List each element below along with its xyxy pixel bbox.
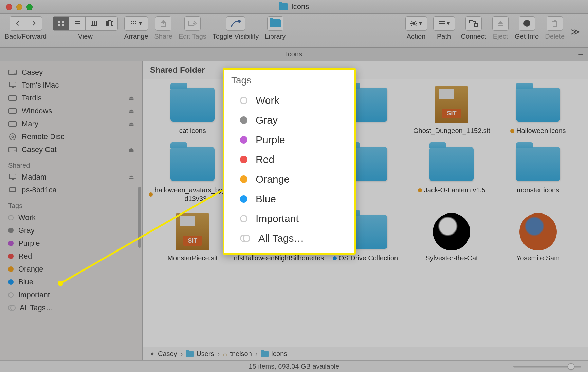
status-bar: 15 items, 693.04 GB available [0, 360, 588, 372]
file-item[interactable]: monster icons [498, 145, 578, 203]
file-item[interactable]: halloween_avatars_by_d…d13v33 [153, 145, 232, 203]
list-view-button[interactable] [69, 16, 85, 31]
library-label: Library [265, 33, 286, 40]
file-item[interactable]: cat icons [153, 86, 232, 135]
tag-dot-icon [418, 188, 422, 192]
sidebar-tag-item[interactable]: Red [0, 250, 142, 263]
file-item[interactable]: Jack-O-Lantern v1.5 [412, 145, 491, 203]
icon-size-slider[interactable] [513, 366, 581, 367]
tab-title[interactable]: Icons [286, 50, 302, 58]
sidebar-device-item[interactable]: Tom's iMac [0, 79, 142, 92]
sidebar-tag-item[interactable]: Gray [0, 224, 142, 237]
all-tags-icon [240, 235, 250, 242]
path-segment-label: tnelson [230, 350, 252, 358]
sidebar-shared-item[interactable]: ps-8bd1ca [0, 184, 142, 197]
path-segment[interactable]: ✦Casey [149, 350, 177, 358]
eject-icon[interactable]: ⏏ [128, 173, 134, 181]
tag-dot-icon [333, 256, 337, 260]
popover-tag-item[interactable]: Purple [231, 130, 347, 150]
file-item[interactable]: Yosemite Sam [498, 213, 578, 262]
eject-label: Eject [493, 33, 508, 40]
sidebar-tag-item[interactable]: Important [0, 289, 142, 301]
coverflow-view-button[interactable] [102, 16, 118, 31]
sidebar-device-item[interactable]: Casey [0, 66, 142, 79]
path-button[interactable]: ▾ [433, 16, 455, 31]
sidebar-device-item[interactable]: Casey Cat⏏ [0, 143, 142, 156]
eject-icon[interactable]: ⏏ [128, 120, 134, 128]
edit-tags-button[interactable] [184, 16, 201, 31]
sidebar-item-label: Remote Disc [22, 132, 65, 141]
share-button[interactable] [155, 16, 171, 31]
delete-label: Delete [545, 33, 565, 40]
toolbar-overflow-button[interactable]: ≫ [571, 26, 583, 37]
tag-dot-icon [8, 254, 14, 259]
svg-line-28 [415, 25, 416, 26]
svg-rect-0 [58, 21, 60, 23]
popover-tag-item[interactable]: All Tags… [231, 228, 347, 248]
popover-tag-item[interactable]: Orange [231, 169, 347, 189]
tag-dot-icon [8, 241, 14, 246]
file-item[interactable]: Sylvester-the-Cat [412, 213, 491, 262]
path-segment[interactable]: Icons [261, 350, 288, 358]
path-segment[interactable]: Users [186, 350, 214, 358]
icon-view-button[interactable] [53, 16, 69, 31]
file-item-label: Yosemite Sam [516, 254, 560, 262]
column-view-button[interactable] [85, 16, 102, 31]
slider-thumb[interactable] [568, 363, 574, 370]
eject-icon[interactable]: ⏏ [128, 107, 134, 115]
popover-tag-item[interactable]: Gray [231, 110, 347, 130]
sidebar-tag-item[interactable]: Orange [0, 263, 142, 276]
popover-tag-item[interactable]: Important [231, 209, 347, 228]
get-info-button[interactable]: i [519, 16, 535, 31]
close-window-button[interactable] [6, 4, 12, 10]
library-button[interactable] [267, 16, 283, 31]
file-item-label: MonsterPiece.sit [167, 254, 218, 262]
action-button[interactable]: ▾ [405, 16, 427, 31]
back-button[interactable] [10, 16, 26, 31]
sidebar-device-item[interactable]: Tardis⏏ [0, 92, 142, 105]
folder-icon [186, 351, 194, 357]
toggle-visibility-button[interactable] [226, 16, 245, 31]
svg-point-51 [15, 150, 16, 151]
tags-popover: Tags WorkGrayPurpleRedOrangeBlueImportan… [223, 68, 356, 255]
file-item[interactable]: Halloween icons [498, 86, 578, 135]
file-item[interactable]: SITMonsterPiece.sit [153, 213, 232, 262]
eject-icon[interactable]: ⏏ [128, 146, 134, 153]
path-segment-label: Casey [158, 350, 177, 358]
path-separator-icon: › [218, 350, 220, 358]
popover-tag-item[interactable]: Blue [231, 189, 347, 209]
arrange-label: Arrange [124, 33, 148, 40]
connect-button[interactable] [465, 16, 482, 31]
new-tab-button[interactable]: ＋ [573, 48, 588, 61]
popover-tag-label: Gray [256, 114, 278, 126]
path-label: Path [437, 33, 451, 40]
sidebar-tag-item[interactable]: Blue [0, 276, 142, 289]
sidebar-scrollbar[interactable] [138, 187, 141, 248]
home-icon: ⌂ [223, 350, 227, 358]
svg-rect-54 [10, 188, 15, 191]
sidebar-device-item[interactable]: Remote Disc [0, 130, 142, 143]
sidebar-tag-label: All Tags… [20, 303, 53, 312]
popover-tag-item[interactable]: Work [231, 91, 347, 110]
svg-rect-18 [135, 23, 136, 24]
minimize-window-button[interactable] [16, 4, 22, 10]
sidebar-device-item[interactable]: Windows⏏ [0, 105, 142, 117]
sidebar-shared-item[interactable]: Madam⏏ [0, 171, 142, 184]
popover-tag-item[interactable]: Red [231, 150, 347, 169]
sidebar-tag-item[interactable]: Purple [0, 237, 142, 250]
popover-title: Tags [231, 75, 347, 86]
svg-rect-12 [112, 21, 113, 25]
file-item[interactable]: SITGhost_Dungeon_1152.sit [412, 86, 491, 135]
sidebar-device-item[interactable]: Mary⏏ [0, 117, 142, 130]
eject-icon[interactable]: ⏏ [128, 94, 134, 102]
path-segment[interactable]: ⌂tnelson [223, 350, 252, 358]
delete-button[interactable] [547, 16, 563, 31]
folder-icon [516, 88, 560, 122]
forward-button[interactable] [26, 16, 42, 31]
zoom-window-button[interactable] [26, 4, 33, 10]
arrange-button[interactable]: ▾ [124, 16, 148, 31]
sidebar-tag-item[interactable]: All Tags… [0, 301, 142, 314]
eject-button[interactable] [492, 16, 509, 31]
path-segment-label: Icons [271, 350, 288, 358]
sidebar-tag-item[interactable]: Work [0, 211, 142, 224]
